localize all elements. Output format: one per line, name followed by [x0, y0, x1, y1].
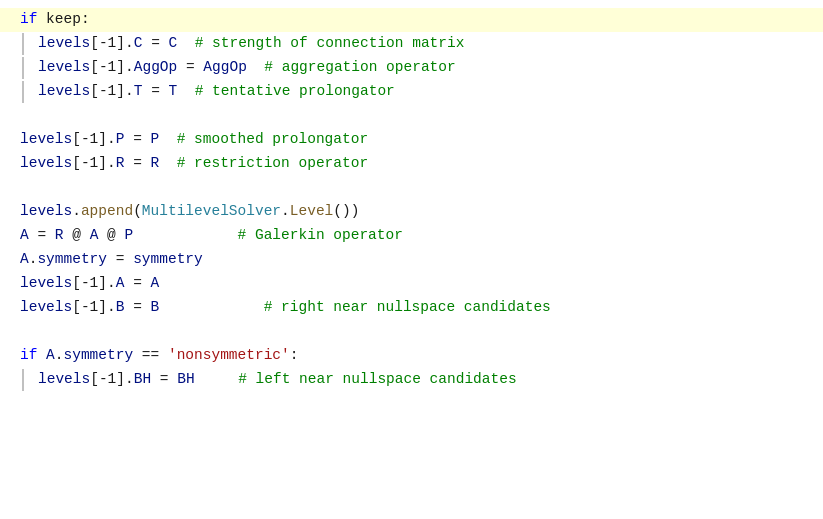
code-line-3: levels[-1].AggOp = AggOp # aggregation o…: [0, 56, 823, 80]
code-text: .: [29, 248, 38, 271]
code-text: =: [142, 80, 168, 103]
indent-bar: [22, 33, 24, 55]
code-line-1: if keep:: [0, 8, 823, 32]
code-text: levels: [38, 368, 90, 391]
code-comment: # restriction operator: [159, 152, 368, 175]
code-comment: # strength of connection matrix: [177, 32, 464, 55]
code-text: append: [81, 200, 133, 223]
code-text: R: [116, 152, 125, 175]
code-text: =: [142, 32, 168, 55]
code-comment: # aggregation operator: [247, 56, 456, 79]
code-comment: # tentative prolongator: [177, 80, 395, 103]
code-text: T: [134, 80, 143, 103]
code-text: =: [107, 248, 133, 271]
code-text: =: [29, 224, 55, 247]
code-text: levels: [38, 80, 90, 103]
code-line-8: [0, 176, 823, 200]
code-line-5: [0, 104, 823, 128]
code-text: BH: [177, 368, 194, 391]
indent-bar: [22, 81, 24, 103]
code-text: [-1].: [90, 32, 134, 55]
code-text: @: [64, 224, 90, 247]
code-text: A: [46, 344, 55, 367]
code-text: B: [151, 296, 160, 319]
code-text: C: [169, 32, 178, 55]
code-text: =: [124, 152, 150, 175]
code-text: [-1].: [90, 80, 134, 103]
code-line-2: levels[-1].C = C # strength of connectio…: [0, 32, 823, 56]
code-text: [-1].: [72, 296, 116, 319]
code-text: P: [124, 224, 133, 247]
code-line-12: levels[-1].A = A: [0, 272, 823, 296]
code-text: BH: [134, 368, 151, 391]
code-line-7: levels[-1].R = R # restriction operator: [0, 152, 823, 176]
code-line-4: levels[-1].T = T # tentative prolongator: [0, 80, 823, 104]
code-text: R: [151, 152, 160, 175]
code-comment: # smoothed prolongator: [159, 128, 368, 151]
code-text: :: [290, 344, 299, 367]
code-text: [133, 224, 237, 247]
keyword-if: if: [20, 8, 37, 31]
code-text: A: [151, 272, 160, 295]
code-text: .: [72, 200, 81, 223]
code-text: .: [281, 200, 290, 223]
code-text: C: [134, 32, 143, 55]
code-text: symmetry: [133, 248, 203, 271]
code-text: .: [55, 344, 64, 367]
code-text: keep:: [37, 8, 89, 31]
code-line-11: A.symmetry = symmetry: [0, 248, 823, 272]
code-text: R: [55, 224, 64, 247]
code-comment: # left near nullspace candidates: [238, 368, 516, 391]
code-comment: # Galerkin operator: [238, 224, 403, 247]
code-text: =: [151, 368, 177, 391]
code-text: B: [116, 296, 125, 319]
code-text: ==: [133, 344, 168, 367]
code-editor: if keep: levels[-1].C = C # strength of …: [0, 0, 823, 519]
code-text: [37, 344, 46, 367]
code-text: =: [124, 296, 150, 319]
code-text: levels: [20, 272, 72, 295]
code-line-16: levels[-1].BH = BH # left near nullspace…: [0, 368, 823, 392]
code-text: levels: [20, 296, 72, 319]
indent-bar: [22, 57, 24, 79]
code-text: [-1].: [72, 128, 116, 151]
code-line-14: [0, 320, 823, 344]
code-text: symmetry: [37, 248, 107, 271]
code-line-10: A = R @ A @ P # Galerkin operator: [0, 224, 823, 248]
code-text: levels: [20, 128, 72, 151]
code-text: AggOp: [203, 56, 247, 79]
code-text: levels: [20, 152, 72, 175]
code-text: ()): [333, 200, 359, 223]
code-text: A: [116, 272, 125, 295]
code-line-13: levels[-1].B = B # right near nullspace …: [0, 296, 823, 320]
code-text: MultilevelSolver: [142, 200, 281, 223]
code-text: =: [124, 272, 150, 295]
code-text: T: [169, 80, 178, 103]
code-text: levels: [20, 200, 72, 223]
code-text: levels: [38, 32, 90, 55]
code-text: A: [90, 224, 99, 247]
code-line-15: if A.symmetry == 'nonsymmetric':: [0, 344, 823, 368]
code-text: =: [124, 128, 150, 151]
code-string: 'nonsymmetric': [168, 344, 290, 367]
code-text: @: [98, 224, 124, 247]
indent-bar: [22, 369, 24, 391]
keyword-if: if: [20, 344, 37, 367]
code-text: [195, 368, 239, 391]
code-text: Level: [290, 200, 334, 223]
code-text: symmetry: [64, 344, 134, 367]
code-text: A: [20, 248, 29, 271]
code-line-6: levels[-1].P = P # smoothed prolongator: [0, 128, 823, 152]
code-text: P: [151, 128, 160, 151]
code-text: [-1].: [72, 152, 116, 175]
code-text: [159, 296, 263, 319]
code-text: P: [116, 128, 125, 151]
code-text: A: [20, 224, 29, 247]
code-text: [-1].: [72, 272, 116, 295]
code-comment: # right near nullspace candidates: [264, 296, 551, 319]
code-text: levels: [38, 56, 90, 79]
code-text: AggOp: [134, 56, 178, 79]
code-text: (: [133, 200, 142, 223]
code-line-9: levels.append(MultilevelSolver.Level()): [0, 200, 823, 224]
code-text: [-1].: [90, 368, 134, 391]
